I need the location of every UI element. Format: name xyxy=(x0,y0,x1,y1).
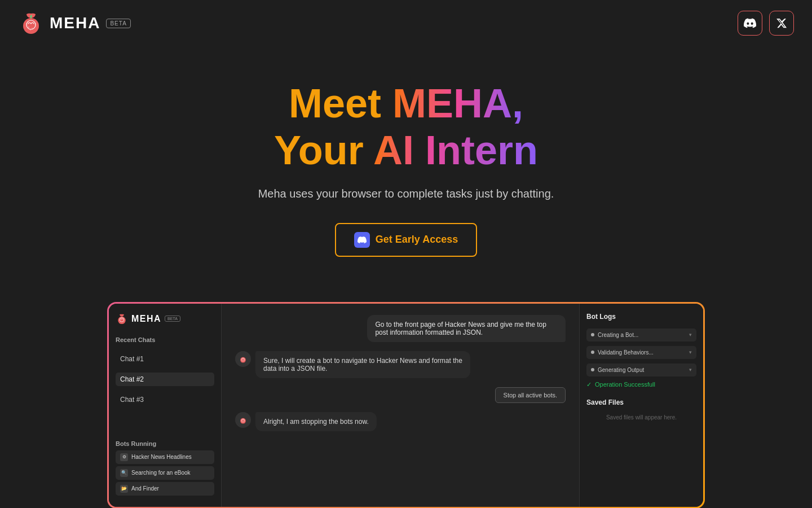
cta-discord-icon xyxy=(354,232,370,248)
discord-icon xyxy=(744,17,756,29)
recent-chats-title: Recent Chats xyxy=(116,336,214,343)
preview-chat: Go to the front page of Hacker News and … xyxy=(222,304,579,507)
log-success: ✓ Operation Successfull xyxy=(586,381,696,388)
logo-area: MEHA BETA xyxy=(18,10,131,36)
hero-word-ai: AI xyxy=(373,128,425,173)
twitter-button[interactable] xyxy=(769,11,794,36)
bot-icon-1: ⚙ xyxy=(120,453,128,461)
chat-msg-user-1: Go to the front page of Hacker News and … xyxy=(367,315,566,342)
sidebar-logo-text: MEHA xyxy=(131,314,161,324)
beta-badge: BETA xyxy=(106,19,130,28)
log-label-3: Generating Output xyxy=(598,367,689,373)
bot-label-1: Hacker News Headlines xyxy=(131,454,192,460)
bot-label-2: Searching for an eBook xyxy=(131,470,191,476)
bot-icon-2: 🔍 xyxy=(120,469,128,477)
stop-bots-button[interactable]: Stop all active bots. xyxy=(495,387,566,403)
sidebar-chat-1[interactable]: Chat #1 xyxy=(116,352,214,366)
preview-logs: Bot Logs Creating a Bot... ▾ Validating … xyxy=(579,304,703,507)
svg-point-2 xyxy=(28,27,29,28)
log-dot-2 xyxy=(591,351,594,354)
bot-item-3: 📂 And Finder xyxy=(116,482,214,496)
log-item-3[interactable]: Generating Output ▾ xyxy=(586,364,696,376)
bot-avatar-2 xyxy=(235,412,251,428)
logs-title: Bot Logs xyxy=(586,313,696,321)
x-icon xyxy=(776,17,787,29)
log-chevron-3: ▾ xyxy=(689,367,692,373)
chat-bot-text-2: Alright, I am stopping the bots now. xyxy=(255,412,377,431)
log-item-2[interactable]: Validating Behaviors... ▾ xyxy=(586,346,696,359)
sidebar-bottom: Bots Running ⚙ Hacker News Headlines 🔍 S… xyxy=(116,440,214,498)
bots-running-title: Bots Running xyxy=(116,440,214,447)
sidebar-chat-2[interactable]: Chat #2 xyxy=(116,373,214,386)
bot-item-1: ⚙ Hacker News Headlines xyxy=(116,450,214,464)
saved-files-title: Saved Files xyxy=(586,398,696,406)
log-dot-3 xyxy=(591,368,594,371)
svg-point-4 xyxy=(30,29,31,30)
log-chevron-1: ▾ xyxy=(689,332,692,338)
log-item-1[interactable]: Creating a Bot... ▾ xyxy=(586,329,696,341)
app-preview: MEHA BETA Recent Chats Chat #1 Chat #2 C… xyxy=(109,304,703,507)
bot-label-3: And Finder xyxy=(131,485,159,492)
cta-label: Get Early Access xyxy=(376,234,458,246)
nav-icons xyxy=(738,11,794,36)
svg-point-3 xyxy=(32,28,33,29)
hero-word-your: Your xyxy=(274,128,373,173)
saved-files-placeholder: Saved files will appear here. xyxy=(586,414,696,421)
bot-icon-3: 📂 xyxy=(120,485,128,493)
hero-word-intern: Intern xyxy=(425,128,538,173)
bot-item-2: 🔍 Searching for an eBook xyxy=(116,466,214,480)
log-chevron-2: ▾ xyxy=(689,349,692,355)
sidebar-beta-badge: BETA xyxy=(165,316,180,322)
discord-button[interactable] xyxy=(738,11,762,36)
sidebar-chat-3[interactable]: Chat #3 xyxy=(116,393,214,406)
navbar: MEHA BETA xyxy=(0,0,812,46)
preview-sidebar: MEHA BETA Recent Chats Chat #1 Chat #2 C… xyxy=(109,304,222,507)
logo-icon xyxy=(18,10,44,36)
app-preview-wrapper: MEHA BETA Recent Chats Chat #1 Chat #2 C… xyxy=(107,302,705,508)
checkmark-icon: ✓ xyxy=(586,381,592,388)
logo-text: MEHA xyxy=(50,14,100,32)
chat-bot-text-1: Sure, I will create a bot to navigate to… xyxy=(255,351,470,378)
bot-avatar-1 xyxy=(235,351,251,367)
log-dot-1 xyxy=(591,333,594,336)
hero-word-meet: Meet xyxy=(289,81,392,126)
log-label-1: Creating a Bot... xyxy=(598,332,689,338)
sidebar-logo: MEHA BETA xyxy=(116,313,214,325)
log-label-2: Validating Behaviors... xyxy=(598,349,689,356)
hero-title: Meet MEHA, Your AI Intern xyxy=(11,80,801,174)
hero-section: Meet MEHA, Your AI Intern Meha uses your… xyxy=(0,46,812,274)
cta-button[interactable]: Get Early Access xyxy=(335,223,477,257)
success-text: Operation Successfull xyxy=(595,381,655,388)
hero-word-meha: MEHA, xyxy=(392,81,523,126)
chat-msg-bot-1: Sure, I will create a bot to navigate to… xyxy=(235,351,566,378)
hero-subtitle: Meha uses your browser to complete tasks… xyxy=(11,187,801,200)
chat-msg-bot-2: Alright, I am stopping the bots now. xyxy=(235,412,566,431)
